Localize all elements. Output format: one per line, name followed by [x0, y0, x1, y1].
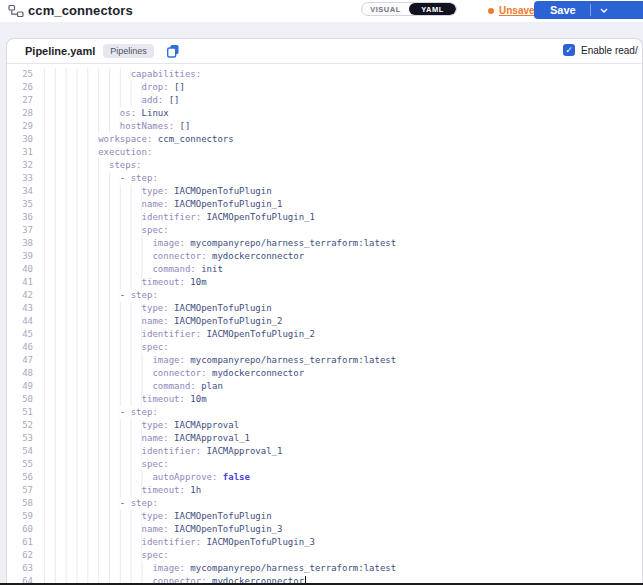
line-number: 47 [7, 354, 33, 367]
line-number: 25 [7, 68, 33, 81]
code-line[interactable]: 40 command: init [7, 263, 642, 276]
line-number: 41 [7, 276, 33, 289]
line-number: 58 [7, 497, 33, 510]
line-number: 43 [7, 302, 33, 315]
code-line[interactable]: 27 add: [] [7, 94, 642, 107]
line-number: 59 [7, 510, 33, 523]
line-number: 48 [7, 367, 33, 380]
line-number: 50 [7, 393, 33, 406]
line-number: 53 [7, 432, 33, 445]
save-button-label[interactable]: Save [534, 4, 590, 16]
line-number: 29 [7, 120, 33, 133]
line-number: 28 [7, 107, 33, 120]
code-line[interactable]: 51 - step: [7, 406, 642, 419]
code-line[interactable]: 47 image: mycompanyrepo/harness_terrafor… [7, 354, 642, 367]
line-number: 44 [7, 315, 33, 328]
line-number: 38 [7, 237, 33, 250]
line-number: 37 [7, 224, 33, 237]
line-number: 39 [7, 250, 33, 263]
code-line[interactable]: 32 steps: [7, 159, 642, 172]
code-line[interactable]: 48 connector: mydockerconnector [7, 367, 642, 380]
code-line[interactable]: 35 name: IACMOpenTofuPlugin_1 [7, 198, 642, 211]
line-number: 45 [7, 328, 33, 341]
line-number: 46 [7, 341, 33, 354]
save-button[interactable]: Save [534, 1, 643, 19]
enable-readwrite-group: ✓ Enable read/ [563, 44, 638, 56]
code-line[interactable]: 39 connector: mydockerconnector [7, 250, 642, 263]
line-number: 54 [7, 445, 33, 458]
line-number: 32 [7, 159, 33, 172]
code-line[interactable]: 25 capabilities: [7, 68, 642, 81]
line-number: 33 [7, 172, 33, 185]
code-line[interactable]: 43 type: IACMOpenTofuPlugin [7, 302, 642, 315]
line-number: 31 [7, 146, 33, 159]
line-number: 57 [7, 484, 33, 497]
pipeline-icon [8, 4, 24, 22]
visual-yaml-toggle[interactable]: VISUAL YAML [361, 2, 457, 16]
enable-checkbox-label: Enable read/ [581, 45, 638, 56]
line-number: 49 [7, 380, 33, 393]
chevron-down-icon[interactable] [591, 8, 617, 13]
code-line[interactable]: 45 identifier: IACMOpenTofuPlugin_2 [7, 328, 642, 341]
code-line[interactable]: 28 os: Linux [7, 107, 642, 120]
code-line[interactable]: 62 spec: [7, 549, 642, 562]
code-line[interactable]: 59 type: IACMOpenTofuPlugin [7, 510, 642, 523]
code-line[interactable]: 54 identifier: IACMApproval_1 [7, 445, 642, 458]
top-header: ccm_connectors VISUAL YAML Unsaved chang… [0, 0, 643, 22]
line-number: 63 [7, 562, 33, 575]
code-line[interactable]: 30 workspace: ccm_connectors [7, 133, 642, 146]
code-line[interactable]: 44 name: IACMOpenTofuPlugin_2 [7, 315, 642, 328]
code-line[interactable]: 49 command: plan [7, 380, 642, 393]
line-number: 62 [7, 549, 33, 562]
code-line[interactable]: 57 timeout: 1h [7, 484, 642, 497]
code-line[interactable]: 50 timeout: 10m [7, 393, 642, 406]
code-line[interactable]: 42 - step: [7, 289, 642, 302]
file-name-label: Pipeline.yaml [25, 45, 95, 57]
code-line[interactable]: 41 timeout: 10m [7, 276, 642, 289]
code-line[interactable]: 58 - step: [7, 497, 642, 510]
line-number: 30 [7, 133, 33, 146]
page-title: ccm_connectors [28, 3, 133, 18]
code-line[interactable]: 36 identifier: IACMOpenTofuPlugin_1 [7, 211, 642, 224]
line-number: 36 [7, 211, 33, 224]
enable-checkbox[interactable]: ✓ [563, 44, 575, 56]
line-number: 60 [7, 523, 33, 536]
copy-icon[interactable] [166, 44, 180, 58]
code-line[interactable]: 29 hostNames: [] [7, 120, 642, 133]
code-line[interactable]: 63 image: mycompanyrepo/harness_terrafor… [7, 562, 642, 575]
line-number: 35 [7, 198, 33, 211]
line-number: 40 [7, 263, 33, 276]
code-line[interactable]: 33 - step: [7, 172, 642, 185]
line-number: 55 [7, 458, 33, 471]
code-line[interactable]: 46 spec: [7, 341, 642, 354]
code-line[interactable]: 56 autoApprove: false [7, 471, 642, 484]
code-line[interactable]: 26 drop: [] [7, 81, 642, 94]
line-number: 34 [7, 185, 33, 198]
line-number: 51 [7, 406, 33, 419]
code-line[interactable]: 52 type: IACMApproval [7, 419, 642, 432]
tab-bar: Pipeline.yaml Pipelines ✓ Enable read/ [7, 39, 642, 64]
pipelines-chip: Pipelines [103, 44, 154, 58]
yaml-panel: Pipeline.yaml Pipelines ✓ Enable read/ 2… [6, 38, 643, 585]
code-line[interactable]: 53 name: IACMApproval_1 [7, 432, 642, 445]
line-number: 61 [7, 536, 33, 549]
code-line[interactable]: 61 identifier: IACMOpenTofuPlugin_3 [7, 536, 642, 549]
yaml-editor[interactable]: 25 capabilities:26 drop: []27 add: []28 … [7, 65, 642, 585]
code-line[interactable]: 34 type: IACMOpenTofuPlugin [7, 185, 642, 198]
toggle-visual[interactable]: VISUAL [362, 3, 409, 15]
code-line[interactable]: 37 spec: [7, 224, 642, 237]
line-number: 42 [7, 289, 33, 302]
line-number: 26 [7, 81, 33, 94]
line-number: 27 [7, 94, 33, 107]
line-number: 52 [7, 419, 33, 432]
unsaved-dot-icon [488, 8, 494, 14]
code-line[interactable]: 31 execution: [7, 146, 642, 159]
code-line[interactable]: 55 spec: [7, 458, 642, 471]
code-line[interactable]: 60 name: IACMOpenTofuPlugin_3 [7, 523, 642, 536]
code-lines: 25 capabilities:26 drop: []27 add: []28 … [7, 68, 642, 585]
toggle-yaml[interactable]: YAML [409, 3, 456, 15]
line-number: 56 [7, 471, 33, 484]
code-line[interactable]: 38 image: mycompanyrepo/harness_terrafor… [7, 237, 642, 250]
